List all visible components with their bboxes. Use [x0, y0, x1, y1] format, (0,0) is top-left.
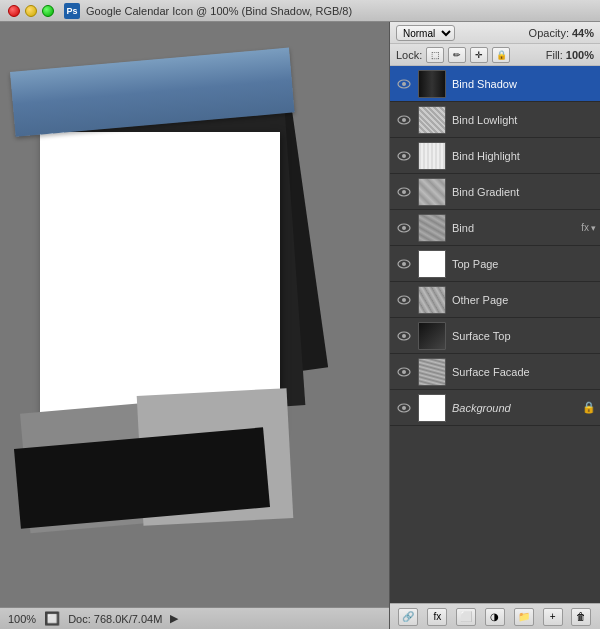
layer-eye-icon[interactable] [394, 326, 414, 346]
layer-item[interactable]: Surface Facade [390, 354, 600, 390]
art-main-page [40, 132, 280, 432]
layer-item[interactable]: Top Page [390, 246, 600, 282]
layer-thumbnail [418, 106, 446, 134]
opacity-label: Opacity: [529, 27, 569, 39]
layer-name-label: Background [452, 402, 578, 414]
layer-thumbnail [418, 322, 446, 350]
layer-item[interactable]: Bind Shadow [390, 66, 600, 102]
layer-name-label: Surface Top [452, 330, 596, 342]
layer-item[interactable]: Bind Highlight [390, 138, 600, 174]
canvas-doc-icon[interactable]: 🔲 [44, 611, 60, 626]
app-window: 100% 🔲 Doc: 768.0K/7.04M ▶ Normal Opacit… [0, 22, 600, 629]
layer-mask-button[interactable]: ⬜ [456, 608, 476, 626]
layer-thumbnail [418, 286, 446, 314]
layer-fx-badge: fx [581, 222, 589, 233]
maximize-button[interactable] [42, 5, 54, 17]
lock-all-button[interactable]: 🔒 [492, 47, 510, 63]
layer-eye-icon[interactable] [394, 254, 414, 274]
fill-label: Fill: [546, 49, 563, 61]
layer-name-label: Other Page [452, 294, 596, 306]
layers-panel: Normal Opacity: 44% Lock: ⬚ ✏ ✛ 🔒 Fill: … [390, 22, 600, 629]
opacity-value[interactable]: 44% [572, 27, 594, 39]
window-title: Google Calendar Icon @ 100% (Bind Shadow… [86, 5, 352, 17]
layer-fx-arrow: ▾ [591, 223, 596, 233]
layer-list: Bind ShadowBind LowlightBind HighlightBi… [390, 66, 600, 603]
blend-mode-bar: Normal Opacity: 44% [390, 22, 600, 44]
layer-eye-icon[interactable] [394, 398, 414, 418]
layer-eye-icon[interactable] [394, 218, 414, 238]
svg-point-9 [402, 226, 406, 230]
canvas-arrow-icon[interactable]: ▶ [170, 612, 178, 625]
layer-eye-icon[interactable] [394, 146, 414, 166]
zoom-level: 100% [8, 613, 36, 625]
layer-name-label: Bind [452, 222, 581, 234]
layer-locked-icon: 🔒 [582, 401, 596, 414]
layer-eye-icon[interactable] [394, 74, 414, 94]
svg-point-7 [402, 190, 406, 194]
lock-label: Lock: [396, 49, 422, 61]
svg-point-19 [402, 406, 406, 410]
svg-point-5 [402, 154, 406, 158]
title-bar: Ps Google Calendar Icon @ 100% (Bind Sha… [0, 0, 600, 22]
svg-point-1 [402, 82, 406, 86]
photoshop-logo: Ps [64, 3, 80, 19]
canvas-artwork [10, 52, 350, 512]
layer-fx-button[interactable]: fx [427, 608, 447, 626]
lock-move-button[interactable]: ✛ [470, 47, 488, 63]
lock-bar: Lock: ⬚ ✏ ✛ 🔒 Fill: 100% [390, 44, 600, 66]
layer-item[interactable]: Bind Gradient [390, 174, 600, 210]
layer-group-button[interactable]: 📁 [514, 608, 534, 626]
layer-thumbnail [418, 142, 446, 170]
layer-eye-icon[interactable] [394, 362, 414, 382]
fill-value[interactable]: 100% [566, 49, 594, 61]
layer-name-label: Top Page [452, 258, 596, 270]
layer-item[interactable]: Other Page [390, 282, 600, 318]
layer-name-label: Bind Gradient [452, 186, 596, 198]
layer-name-label: Surface Facade [452, 366, 596, 378]
layer-name-label: Bind Highlight [452, 150, 596, 162]
layer-link-button[interactable]: 🔗 [398, 608, 418, 626]
layer-thumbnail [418, 394, 446, 422]
layer-item[interactable]: Surface Top [390, 318, 600, 354]
layer-item[interactable]: Background🔒 [390, 390, 600, 426]
canvas-status-bar: 100% 🔲 Doc: 768.0K/7.04M ▶ [0, 607, 389, 629]
layer-thumbnail [418, 214, 446, 242]
layer-name-label: Bind Lowlight [452, 114, 596, 126]
layer-name-label: Bind Shadow [452, 78, 596, 90]
close-button[interactable] [8, 5, 20, 17]
layer-item[interactable]: Bindfx▾ [390, 210, 600, 246]
svg-point-3 [402, 118, 406, 122]
layer-thumbnail [418, 178, 446, 206]
layer-eye-icon[interactable] [394, 290, 414, 310]
layer-adjust-button[interactable]: ◑ [485, 608, 505, 626]
lock-paint-button[interactable]: ✏ [448, 47, 466, 63]
opacity-section: Opacity: 44% [529, 27, 594, 39]
canvas-doc-info: Doc: 768.0K/7.04M [68, 613, 162, 625]
layer-thumbnail [418, 358, 446, 386]
layer-item[interactable]: Bind Lowlight [390, 102, 600, 138]
layers-icons-bar: 🔗 fx ⬜ ◑ 📁 + 🗑 [390, 603, 600, 629]
svg-point-13 [402, 298, 406, 302]
layer-eye-icon[interactable] [394, 182, 414, 202]
svg-point-17 [402, 370, 406, 374]
layer-delete-button[interactable]: 🗑 [571, 608, 591, 626]
layer-thumbnail [418, 250, 446, 278]
blend-mode-select[interactable]: Normal [396, 25, 455, 41]
lock-position-button[interactable]: ⬚ [426, 47, 444, 63]
minimize-button[interactable] [25, 5, 37, 17]
svg-point-15 [402, 334, 406, 338]
canvas-area: 100% 🔲 Doc: 768.0K/7.04M ▶ [0, 22, 390, 629]
window-controls[interactable] [8, 5, 54, 17]
layer-eye-icon[interactable] [394, 110, 414, 130]
fill-section: Fill: 100% [546, 49, 594, 61]
layer-thumbnail [418, 70, 446, 98]
layer-new-button[interactable]: + [543, 608, 563, 626]
svg-point-11 [402, 262, 406, 266]
